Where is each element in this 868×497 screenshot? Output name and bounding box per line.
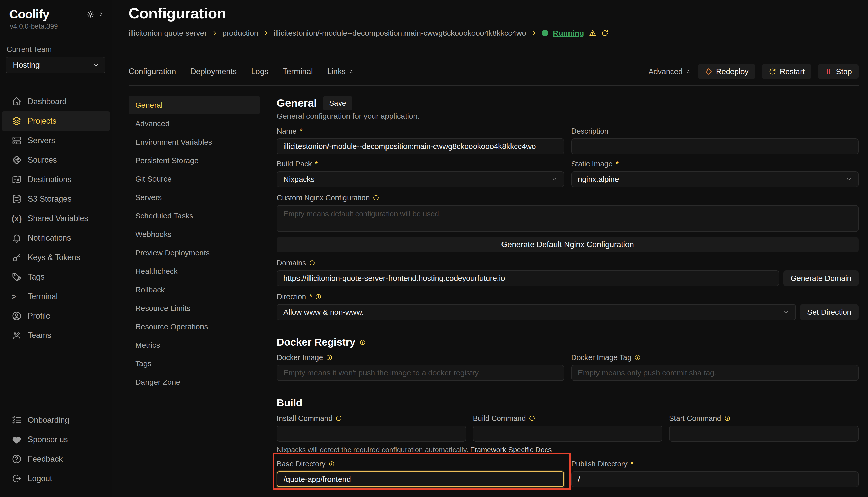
sidebar-item-dashboard[interactable]: Dashboard [2,92,110,111]
docker-image-tag-input[interactable] [571,365,859,381]
tab-links[interactable]: Links [327,67,355,76]
domains-input[interactable] [277,270,779,286]
build-pack-select[interactable]: Nixpacks [277,171,564,187]
refresh-icon[interactable] [601,29,609,37]
subnav-item-servers[interactable]: Servers [128,188,260,207]
subnav-item-danger-zone[interactable]: Danger Zone [128,373,260,391]
custom-nginx-textarea[interactable] [277,205,858,232]
info-icon[interactable] [529,415,535,421]
breadcrumb: illicitonion quote server production ill… [128,29,609,38]
sidebar-item-label: Tags [28,272,44,282]
publish-directory-input[interactable] [571,471,859,487]
sidebar-item-shared-variables[interactable]: (x) Shared Variables [2,209,110,228]
subnav-item-git-source[interactable]: Git Source [128,170,260,188]
sidebar-item-label: Sponsor us [28,435,68,444]
stop-button[interactable]: Stop [818,64,858,79]
tab-configuration[interactable]: Configuration [128,67,176,76]
breadcrumb-environment[interactable]: production [222,29,258,38]
start-command-label: Start Command [669,414,721,423]
status-badge[interactable]: Running [553,29,584,38]
tab-terminal[interactable]: Terminal [283,67,313,76]
theme-toggle[interactable] [86,10,104,18]
subnav-item-preview-deployments[interactable]: Preview Deployments [128,244,260,262]
start-command-input[interactable] [669,426,858,442]
generate-domain-button[interactable]: Generate Domain [783,270,858,286]
database-icon [11,194,22,204]
direction-select[interactable]: Allow www & non-www. [277,304,796,320]
name-input[interactable] [277,139,564,154]
subnav-item-webhooks[interactable]: Webhooks [128,225,260,244]
sidebar-item-projects[interactable]: Projects [2,111,110,131]
sidebar-item-onboarding[interactable]: Onboarding [2,410,110,430]
map-icon [11,174,22,185]
info-icon[interactable] [724,415,730,421]
base-directory-input[interactable] [277,471,564,487]
sidebar-item-label: Feedback [28,454,63,464]
subnav-item-scheduled-tasks[interactable]: Scheduled Tasks [128,207,260,225]
subnav-item-general[interactable]: General [128,96,260,114]
sidebar-item-notifications[interactable]: Notifications [2,228,110,248]
sidebar-item-feedback[interactable]: Feedback [2,449,110,469]
subnav-item-rollback[interactable]: Rollback [128,281,260,299]
subnav-item-persistent-storage[interactable]: Persistent Storage [128,151,260,170]
sidebar-item-destinations[interactable]: Destinations [2,170,110,189]
sidebar-item-profile[interactable]: Profile [2,306,110,326]
general-form: General Save General configuration for y… [277,96,858,487]
tag-icon [11,272,22,282]
static-image-label: Static Image [571,160,612,168]
sidebar-item-servers[interactable]: Servers [2,131,110,150]
static-image-select[interactable]: nginx:alpine [571,171,859,187]
info-icon[interactable] [634,354,640,360]
tab-logs[interactable]: Logs [251,67,268,76]
subnav-item-resource-limits[interactable]: Resource Limits [128,299,260,317]
sidebar-item-keys-tokens[interactable]: Keys & Tokens [2,248,110,267]
sidebar-item-sponsor[interactable]: Sponsor us [2,430,110,449]
subnav-item-environment-variables[interactable]: Environment Variables [128,133,260,151]
generate-nginx-button[interactable]: Generate Default Nginx Configuration [277,237,858,252]
sidebar-item-label: Logout [28,474,52,483]
sidebar-item-sources[interactable]: Sources [2,150,110,170]
chevron-down-icon [783,309,789,315]
info-icon[interactable] [360,339,366,345]
section-heading-general: General [277,97,317,109]
team-select[interactable]: Hosting [6,57,106,73]
chevron-right-icon [263,30,269,36]
breadcrumb-application[interactable]: illicitestonion/-module--decomposition:m… [274,29,526,38]
layers-icon [11,116,22,126]
docker-image-input[interactable] [277,365,564,381]
info-icon[interactable] [326,354,332,360]
sidebar-item-logout[interactable]: Logout [2,469,110,488]
sidebar-item-s3-storages[interactable]: S3 Storages [2,189,110,209]
build-command-input[interactable] [473,426,662,442]
subnav-item-healthcheck[interactable]: Healthcheck [128,262,260,281]
set-direction-button[interactable]: Set Direction [800,304,858,320]
install-command-label: Install Command [277,414,333,423]
info-icon[interactable] [309,260,315,266]
install-command-input[interactable] [277,426,466,442]
warning-icon[interactable] [589,29,596,37]
description-input[interactable] [571,139,859,154]
subnav-item-metrics[interactable]: Metrics [128,336,260,354]
framework-docs-link[interactable]: Framework Specific Docs [470,446,552,454]
save-button[interactable]: Save [323,96,352,110]
info-icon[interactable] [315,294,321,300]
redeploy-button[interactable]: Redeploy [698,64,755,79]
subnav-item-tags[interactable]: Tags [128,354,260,373]
sidebar-item-label: Keys & Tokens [28,253,80,262]
restart-icon [769,68,776,75]
sidebar-item-teams[interactable]: Teams [2,326,110,345]
subnav-item-resource-operations[interactable]: Resource Operations [128,317,260,336]
breadcrumb-project[interactable]: illicitonion quote server [128,29,207,38]
current-team-label: Current Team [7,45,112,54]
sidebar-item-tags[interactable]: Tags [2,267,110,287]
app-version: v4.0.0-beta.399 [10,23,112,31]
advanced-dropdown[interactable]: Advanced [648,67,691,76]
info-icon[interactable] [329,461,335,467]
required-asterisk: * [315,160,318,168]
tab-deployments[interactable]: Deployments [190,67,237,76]
info-icon[interactable] [373,195,379,201]
sidebar-item-terminal[interactable]: >_ Terminal [2,287,110,306]
subnav-item-advanced[interactable]: Advanced [128,114,260,133]
info-icon[interactable] [336,415,342,421]
restart-button[interactable]: Restart [762,64,812,79]
